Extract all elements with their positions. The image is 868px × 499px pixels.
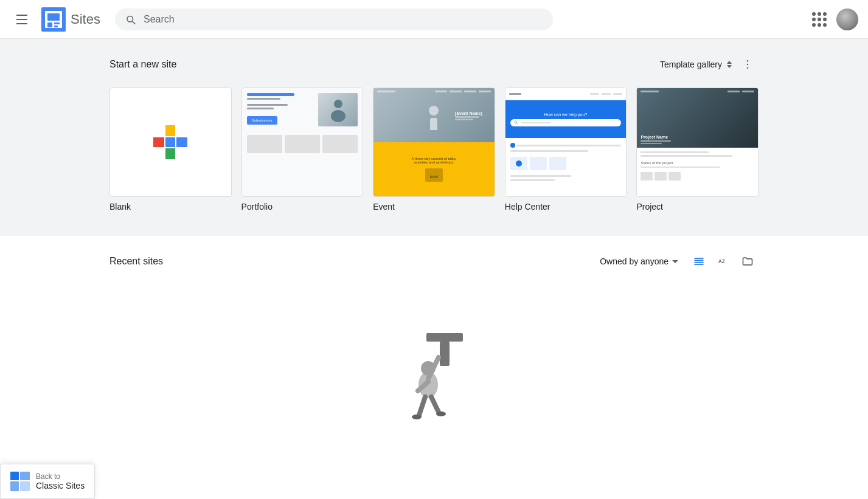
expand-collapse-icon: [727, 61, 732, 68]
google-apps-icon: [812, 12, 827, 27]
sort-az-button[interactable]: AZ: [712, 250, 734, 272]
main-content: Start a new site Template gallery: [0, 39, 868, 487]
classic-sites-icon: [10, 472, 30, 487]
start-section-title: Start a new site: [109, 59, 176, 70]
svg-rect-20: [695, 262, 704, 263]
svg-rect-33: [10, 472, 19, 480]
recent-header: Recent sites Owned by anyone: [109, 250, 759, 272]
help-center-thumbnail: How can we help you?: [505, 88, 627, 197]
folder-icon: [741, 255, 754, 267]
svg-rect-24: [440, 342, 450, 366]
svg-point-8: [747, 67, 749, 69]
svg-rect-10: [165, 137, 175, 147]
svg-rect-36: [20, 481, 30, 487]
svg-rect-2: [47, 13, 60, 21]
search-icon: [125, 13, 136, 26]
svg-rect-13: [165, 125, 175, 136]
more-vertical-icon: [741, 58, 754, 71]
classic-sites-text: Back to Classic Sites: [36, 472, 85, 487]
svg-rect-21: [695, 264, 704, 265]
svg-rect-35: [10, 481, 19, 487]
template-gallery-button[interactable]: Template gallery: [660, 60, 732, 69]
svg-line-29: [419, 397, 425, 415]
hamburger-icon: [16, 15, 27, 24]
app-header: Sites: [0, 0, 868, 39]
search-bar[interactable]: [115, 9, 553, 30]
svg-line-31: [431, 397, 439, 412]
svg-point-14: [334, 100, 342, 108]
svg-point-7: [747, 64, 749, 66]
help-center-label: Help Center: [505, 202, 627, 212]
view-toggle-group: AZ: [688, 250, 759, 272]
recent-title: Recent sites: [109, 256, 163, 267]
svg-rect-4: [54, 22, 60, 24]
owned-by-filter[interactable]: Owned by anyone: [600, 256, 678, 266]
start-new-site-section: Start a new site Template gallery: [0, 39, 868, 236]
event-thumbnail: [Event Name] A three-day summit of talks…: [373, 88, 495, 197]
header-left: Sites: [10, 7, 100, 32]
svg-rect-23: [426, 333, 463, 342]
svg-rect-5: [54, 26, 58, 27]
template-project[interactable]: Project Name Status of the project: [636, 88, 759, 212]
templates-row: Blank Submissions: [109, 88, 759, 212]
template-portfolio[interactable]: Submissions: [241, 88, 364, 212]
svg-rect-18: [695, 258, 704, 259]
svg-rect-3: [47, 22, 52, 27]
template-gallery-label: Template gallery: [660, 60, 722, 69]
sort-az-icon: AZ: [717, 255, 729, 267]
section-header: Start a new site Template gallery: [109, 53, 759, 75]
header-right: [807, 7, 858, 32]
list-icon: [693, 255, 705, 267]
owned-by-label: Owned by anyone: [600, 256, 668, 266]
svg-rect-12: [165, 148, 175, 159]
classic-sites-label: Classic Sites: [36, 481, 85, 487]
svg-point-32: [436, 411, 446, 416]
empty-state: [109, 284, 759, 473]
classic-sites-logo-icon: [10, 472, 30, 487]
list-view-button[interactable]: [688, 250, 710, 272]
gallery-controls: Template gallery: [660, 53, 759, 75]
back-to-label: Back to: [36, 472, 85, 481]
svg-rect-11: [176, 137, 187, 147]
project-label: Project: [636, 202, 759, 212]
svg-text:AZ: AZ: [718, 258, 725, 264]
hamburger-menu-button[interactable]: [10, 7, 34, 32]
search-input[interactable]: [144, 14, 543, 25]
svg-point-15: [331, 110, 345, 122]
dropdown-arrow-icon: [672, 260, 678, 263]
folder-view-button[interactable]: [737, 250, 759, 272]
user-avatar[interactable]: [836, 9, 858, 30]
avatar-image: [836, 9, 858, 30]
blank-thumbnail: [109, 88, 232, 197]
template-event[interactable]: [Event Name] A three-day summit of talks…: [373, 88, 495, 212]
app-logo[interactable]: Sites: [41, 7, 100, 32]
project-thumbnail: Project Name Status of the project: [636, 88, 759, 197]
blank-label: Blank: [109, 202, 232, 212]
empty-state-illustration: [395, 321, 474, 436]
back-to-classic-sites[interactable]: Back to Classic Sites: [0, 464, 95, 487]
google-plus-icon: [153, 125, 187, 159]
template-help-center[interactable]: How can we help you?: [505, 88, 627, 212]
more-options-button[interactable]: [737, 53, 759, 75]
svg-rect-34: [20, 472, 30, 480]
template-blank[interactable]: Blank: [109, 88, 232, 212]
person-silhouette: [329, 98, 347, 122]
app-name-label: Sites: [71, 12, 100, 27]
event-label: Event: [373, 202, 495, 212]
filter-controls: Owned by anyone AZ: [600, 250, 759, 272]
portfolio-thumbnail: Submissions: [241, 88, 364, 197]
apps-button[interactable]: [807, 7, 832, 32]
svg-point-30: [412, 415, 422, 419]
svg-rect-19: [695, 260, 704, 261]
svg-rect-9: [153, 137, 164, 147]
svg-line-17: [516, 123, 518, 124]
portfolio-label: Portfolio: [241, 202, 364, 212]
recent-sites-section: Recent sites Owned by anyone: [0, 236, 868, 487]
svg-point-6: [747, 60, 749, 62]
sites-logo-icon: [41, 7, 66, 32]
search-small-icon: [514, 120, 518, 125]
